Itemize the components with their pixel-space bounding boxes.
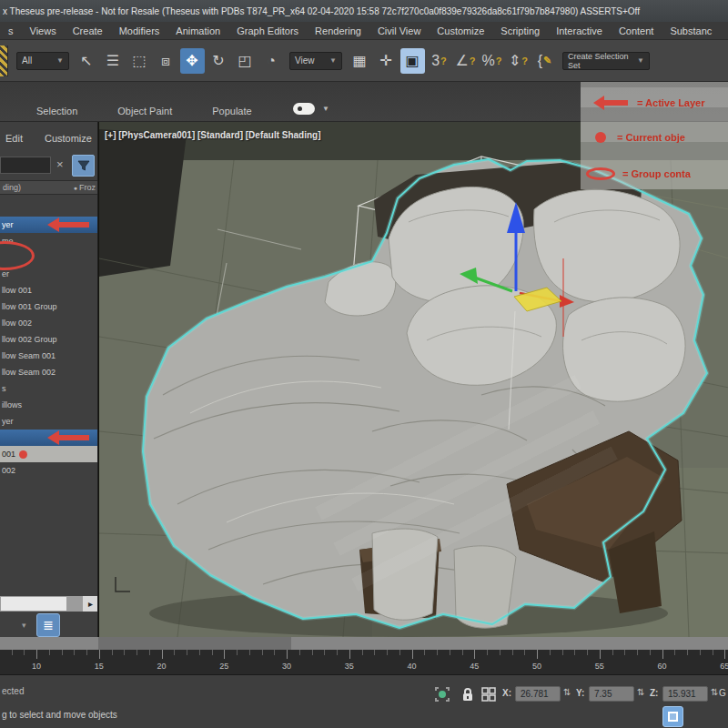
select-and-rotate-icon[interactable]: ↻ xyxy=(207,48,231,74)
explorer-row-label: llow 002 xyxy=(2,318,32,328)
menu-item[interactable]: Views xyxy=(22,22,65,39)
window-crossing-icon[interactable]: ⧈ xyxy=(154,48,178,74)
explorer-row[interactable]: llow 001 xyxy=(0,282,98,298)
perspective-viewport[interactable]: [+] [PhysCamera001] [Standard] [Default … xyxy=(98,122,728,637)
ruler-tick xyxy=(612,650,613,655)
ribbon-tabs: Selection Object Paint Populate xyxy=(36,106,292,116)
explorer-row[interactable]: 001 xyxy=(0,446,98,462)
select-and-scale-icon[interactable]: ◰ xyxy=(233,48,258,74)
ruler-tick xyxy=(624,650,625,655)
menu-item[interactable]: Scripting xyxy=(492,22,548,39)
explorer-row[interactable] xyxy=(0,249,98,266)
menu-item[interactable]: Animation xyxy=(167,22,228,39)
keyboard-override-icon[interactable]: ▣ xyxy=(400,48,425,74)
ruler-tick xyxy=(12,650,13,655)
explorer-row[interactable]: llow Seam 001 xyxy=(0,348,98,364)
ruler-tick xyxy=(650,650,651,655)
timeline-ruler[interactable]: 101520253035404550556065 xyxy=(0,650,728,675)
y-coordinate-field[interactable]: 7.35 xyxy=(589,686,634,702)
explorer-horizontal-scrollbar[interactable]: ▸ xyxy=(0,596,98,612)
menu-bar: s Views Create Modifiers Animation Graph… xyxy=(0,22,728,40)
chevron-down-icon[interactable]: ▼ xyxy=(322,105,329,113)
maximize-viewport-toggle-button[interactable] xyxy=(662,706,683,727)
viewport-label[interactable]: [+] [PhysCamera001] [Standard] [Default … xyxy=(105,130,321,140)
use-pivot-center-icon[interactable]: ▦ xyxy=(348,48,372,74)
annotation-legend: = Active Layer = Current obje = Group co… xyxy=(581,82,728,189)
search-input[interactable] xyxy=(0,157,51,174)
explorer-row[interactable] xyxy=(0,430,98,446)
explorer-row[interactable]: yer xyxy=(0,217,98,233)
time-slider-track[interactable] xyxy=(0,637,728,650)
scrollbar-right-arrow[interactable]: ▸ xyxy=(83,596,98,612)
x-spinner[interactable]: ⇅ xyxy=(563,687,571,697)
menu-item[interactable]: Content xyxy=(611,22,662,39)
ruler-tick xyxy=(337,650,338,655)
absolute-mode-icon[interactable] xyxy=(480,686,497,703)
explorer-row[interactable]: llow Seam 002 xyxy=(0,364,98,380)
filter-button[interactable] xyxy=(72,155,95,177)
explorer-row[interactable]: 002 xyxy=(0,462,98,479)
selection-lock-icon[interactable] xyxy=(460,686,476,703)
ruler-tick xyxy=(487,650,488,655)
y-spinner[interactable]: ⇅ xyxy=(637,687,644,697)
menu-item[interactable]: Civil View xyxy=(369,22,429,39)
ribbon-tab[interactable]: Populate xyxy=(212,106,251,116)
angle-snap-icon[interactable]: ∠? xyxy=(453,48,478,74)
ruler-tick-label: 40 xyxy=(407,662,416,671)
menu-item[interactable]: Create xyxy=(65,22,111,39)
named-selection-sets-icon[interactable]: {✎ xyxy=(532,48,557,74)
menu-item[interactable]: Rendering xyxy=(307,22,369,39)
ruler-tick xyxy=(724,650,725,659)
create-selection-set-dropdown[interactable]: Create Selection Set ▼ xyxy=(562,52,650,70)
ruler-tick xyxy=(124,650,125,655)
red-arrow-annotation xyxy=(58,435,89,440)
explorer-row-label: me xyxy=(2,237,14,246)
selection-filter-icon[interactable] xyxy=(434,686,450,703)
select-and-manipulate-icon[interactable]: ◔ xyxy=(259,48,284,74)
explorer-row-label: llow Seam 002 xyxy=(2,368,56,377)
select-and-place-icon[interactable]: ✛ xyxy=(374,48,399,74)
snap-toggle-3d-icon[interactable]: 3? xyxy=(427,48,451,74)
explorer-menu-item[interactable]: Edit xyxy=(5,133,23,144)
explorer-display-button[interactable]: ≣ xyxy=(36,613,60,637)
clear-search-icon[interactable]: × xyxy=(56,157,64,171)
explorer-row[interactable]: llow 001 Group xyxy=(0,298,98,315)
spinner-snap-icon[interactable]: ⇕? xyxy=(506,48,531,74)
explorer-row[interactable]: illows xyxy=(0,397,98,413)
ruler-tick xyxy=(24,650,25,655)
explorer-menu-item[interactable]: Customize xyxy=(45,133,92,144)
explorer-row-label: 002 xyxy=(2,466,15,475)
ribbon-minimize-icon[interactable] xyxy=(293,103,315,115)
ruler-tick xyxy=(687,650,688,655)
reference-coordinate-dropdown[interactable]: View ▼ xyxy=(289,52,342,70)
menu-item[interactable]: Customize xyxy=(429,22,492,39)
select-by-name-icon[interactable]: ☰ xyxy=(101,48,126,74)
explorer-row[interactable]: me xyxy=(0,233,98,249)
menu-item[interactable]: Substanc xyxy=(662,22,720,39)
ruler-tick-label: 25 xyxy=(219,662,228,671)
chevron-down-icon: ▼ xyxy=(56,56,64,65)
explorer-row[interactable]: yer xyxy=(0,413,98,430)
percent-snap-icon[interactable]: %? xyxy=(480,48,504,74)
explorer-row[interactable]: llow 002 xyxy=(0,315,98,331)
scrollbar-thumb[interactable] xyxy=(1,597,66,611)
explorer-column-header[interactable]: ding) ●Froz xyxy=(0,180,98,195)
selection-region-icon[interactable]: ⬚ xyxy=(127,48,152,74)
x-coordinate-field[interactable]: 26.781 xyxy=(515,686,561,702)
explorer-row[interactable]: llow 002 Group xyxy=(0,331,98,348)
chevron-down-icon[interactable]: ▾ xyxy=(22,621,26,630)
z-coordinate-field[interactable]: 15.931 xyxy=(662,686,708,702)
menu-item[interactable]: s xyxy=(0,22,22,39)
explorer-row[interactable]: s xyxy=(0,380,98,397)
selection-filter-dropdown[interactable]: All ▼ xyxy=(16,52,69,70)
menu-item[interactable]: Graph Editors xyxy=(228,22,307,39)
ribbon-tab[interactable]: Selection xyxy=(36,106,77,116)
explorer-row[interactable]: er xyxy=(0,266,98,282)
z-spinner[interactable]: ⇅ xyxy=(711,687,718,697)
menu-item[interactable]: Modifiers xyxy=(111,22,168,39)
ruler-tick xyxy=(324,650,325,655)
ribbon-tab[interactable]: Object Paint xyxy=(117,106,172,116)
select-object-icon[interactable]: ↖ xyxy=(75,48,99,74)
select-and-move-icon[interactable]: ✥ xyxy=(180,48,205,74)
menu-item[interactable]: Interactive xyxy=(548,22,611,39)
